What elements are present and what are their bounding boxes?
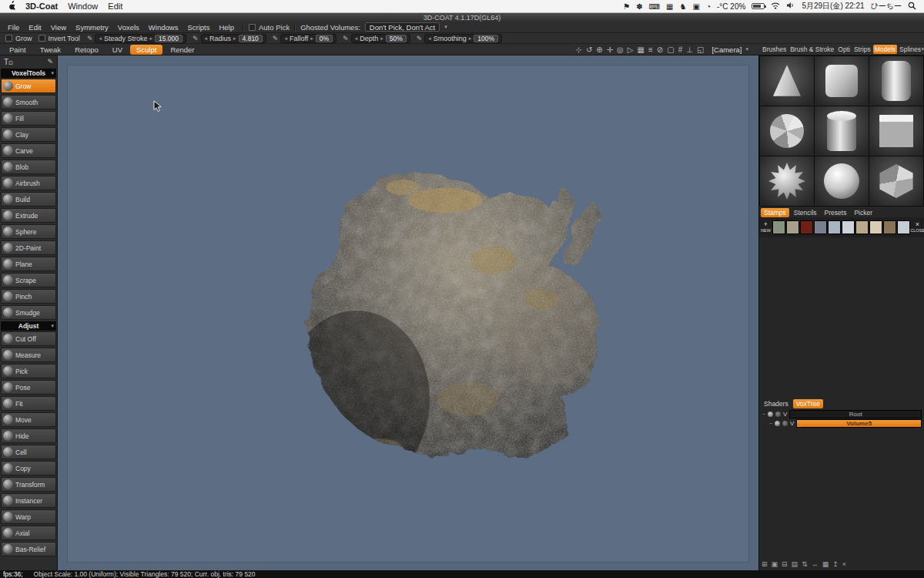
tool-measure[interactable]: Measure	[1, 348, 56, 362]
pivot-icon[interactable]: ⊹	[576, 45, 582, 54]
tab-paint[interactable]: Paint	[3, 45, 32, 55]
tool-build[interactable]: Build	[1, 192, 56, 207]
tool-pick[interactable]: Pick	[1, 364, 56, 378]
ghost-eye-icon[interactable]	[775, 421, 780, 426]
tool-pinch[interactable]: Pinch	[1, 289, 56, 304]
tab-stencils[interactable]: Stencils	[791, 208, 820, 217]
model-cube-rounded[interactable]	[815, 56, 869, 106]
stamp-thumb[interactable]	[883, 220, 896, 234]
flag-icon[interactable]: ⚑	[623, 2, 630, 11]
macos-app-menu[interactable]: 3D-Coat	[25, 2, 58, 11]
wireframe-icon[interactable]: ▢	[667, 45, 674, 54]
tab-shaders[interactable]: Shaders	[761, 399, 792, 408]
symmetry-icon[interactable]: #	[678, 45, 683, 54]
volume-icon[interactable]	[786, 2, 795, 11]
collapse-icon[interactable]: −	[769, 421, 772, 426]
tab-opti[interactable]: Opti	[836, 45, 852, 54]
tool-smooth[interactable]: Smooth	[1, 95, 56, 109]
stamp-thumb[interactable]	[772, 220, 785, 234]
ortho-icon[interactable]: ⊥	[686, 45, 693, 54]
weather-status[interactable]: -°C 20%	[717, 2, 745, 11]
radius-param[interactable]: ✎ ◂ Radius ▸ 4.810	[192, 34, 266, 43]
macos-menu-item[interactable]: Window	[68, 2, 98, 11]
tool-airbrush[interactable]: Airbrush	[1, 176, 56, 190]
ghost-icon[interactable]: ⊘	[657, 45, 663, 54]
increment-icon[interactable]: ▸	[310, 35, 313, 42]
close-stamps-button[interactable]: × CLOSE	[912, 221, 923, 233]
menu-item[interactable]: Voxels	[114, 23, 143, 32]
visibility-eye-icon[interactable]	[775, 412, 781, 417]
menu-item[interactable]: Help	[215, 23, 238, 32]
stamp-thumb[interactable]	[869, 220, 882, 234]
auto-pick-toggle[interactable]: Auto Pick	[249, 23, 290, 32]
export-icon[interactable]: ↥	[832, 560, 839, 568]
ghost-eye-icon[interactable]	[768, 412, 773, 417]
param-frame[interactable]: ◂ Smoothing ▸ 100%	[424, 34, 502, 43]
invert-tool-toggle[interactable]: Invert Tool	[38, 35, 80, 42]
tool-carve[interactable]: Carve	[1, 143, 56, 158]
model-cube[interactable]	[869, 106, 923, 156]
increment-icon[interactable]: ▸	[469, 35, 472, 42]
volume-label[interactable]: Volume5	[796, 419, 922, 428]
decrement-icon[interactable]: ◂	[205, 35, 208, 42]
tab-stamps[interactable]: Stamps	[761, 208, 789, 217]
duplicate-icon[interactable]: ▣	[772, 560, 778, 568]
increment-icon[interactable]: ▸	[149, 35, 152, 42]
tab-voxtree[interactable]: VoxTree	[793, 399, 823, 408]
camera-dropdown[interactable]: [Camera] ▾	[711, 45, 748, 54]
decrement-icon[interactable]: ◂	[428, 35, 431, 42]
sculpt-object[interactable]	[287, 145, 618, 484]
grid-icon[interactable]: ▦	[638, 45, 644, 54]
tab-tweak[interactable]: Tweak	[34, 45, 67, 55]
close-icon[interactable]: ×	[842, 560, 846, 568]
param-value[interactable]: 50%	[386, 35, 407, 42]
checkbox-icon[interactable]	[249, 24, 256, 31]
menu-item[interactable]: File	[4, 23, 23, 32]
swap-icon[interactable]: ⇅	[802, 560, 808, 568]
pen-icon[interactable]: ✎	[192, 35, 199, 42]
model-cone[interactable]	[760, 56, 814, 106]
pen-icon[interactable]: ✎	[47, 58, 53, 66]
tool-2d-paint[interactable]: 2D-Paint	[1, 240, 56, 255]
tool-pose[interactable]: Pose	[1, 380, 56, 395]
stamp-thumb[interactable]	[842, 220, 855, 234]
param-frame[interactable]: ◂ Radius ▸ 4.810	[201, 34, 266, 43]
tool-sphere[interactable]: Sphere	[1, 224, 56, 239]
pen-icon[interactable]: ✎	[87, 35, 93, 42]
increment-icon[interactable]: ▸	[233, 35, 236, 42]
collapse-icon[interactable]: −	[762, 412, 765, 417]
steady-stroke-param[interactable]: ✎ ◂ Steady Stroke ▸ 15.000	[87, 34, 186, 43]
keyboard-icon[interactable]: ⌨	[649, 2, 660, 11]
grow-toggle[interactable]: Grow	[5, 35, 32, 42]
spotlight-icon[interactable]	[908, 2, 916, 12]
grid-icon[interactable]: ▦	[666, 2, 673, 11]
paw-icon[interactable]: ✽	[636, 2, 642, 11]
tool-bas-relief[interactable]: Bas-Relief	[1, 542, 56, 556]
tool-cut-off[interactable]: Cut Off	[1, 331, 56, 346]
macos-menu-item[interactable]: Edit	[108, 2, 122, 11]
decrement-icon[interactable]: ◂	[99, 35, 102, 42]
tab-retopo[interactable]: Retopo	[69, 45, 105, 55]
tab-presets[interactable]: Presets	[822, 208, 850, 217]
menu-item[interactable]: View	[47, 23, 70, 32]
tab-brush-stroke[interactable]: Brush & Stroke	[788, 45, 835, 54]
depth-param[interactable]: ✎ ◂ Depth ▸ 50%	[343, 34, 410, 43]
tool-blob[interactable]: Blob	[1, 160, 56, 174]
tool-copy[interactable]: Copy	[1, 461, 56, 476]
apple-menu-icon[interactable]	[8, 1, 15, 12]
param-value[interactable]: 15.000	[155, 35, 182, 42]
clock-icon[interactable]: ◔	[706, 2, 711, 11]
tab-splines[interactable]: Splines	[898, 45, 922, 54]
chevron-down-icon[interactable]: ▾	[444, 24, 447, 30]
tool-clay[interactable]: Clay	[1, 127, 56, 142]
game-icon[interactable]: ♞	[680, 2, 687, 11]
param-frame[interactable]: ◂ Depth ▸ 50%	[351, 34, 410, 43]
grid-icon[interactable]: ▦	[822, 560, 829, 568]
stamp-thumb[interactable]	[828, 220, 841, 234]
voxeltools-header[interactable]: VoxelTools ▾	[1, 69, 56, 78]
stamp-thumb[interactable]	[814, 220, 827, 234]
tool-scrape[interactable]: Scrape	[1, 273, 56, 287]
add-icon[interactable]: ⊞	[762, 560, 768, 568]
move-icon[interactable]: ↔	[812, 560, 819, 568]
tab-strips[interactable]: Strips	[852, 45, 872, 54]
